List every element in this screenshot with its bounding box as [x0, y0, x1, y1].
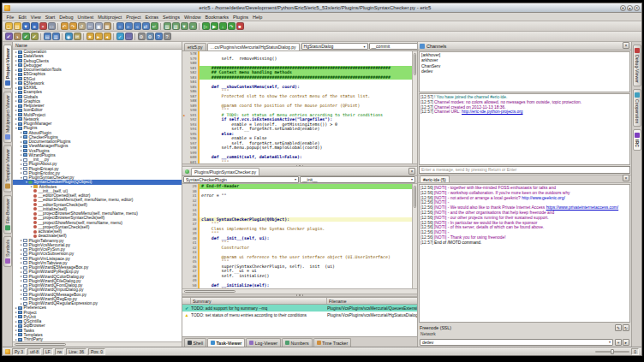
separator[interactable] [40, 33, 41, 40]
whats-this-button[interactable]: ? [164, 33, 171, 40]
open-project-button[interactable]: ▨ [172, 22, 180, 30]
profile-button[interactable]: ◑ [14, 33, 21, 40]
search-button[interactable]: ○ [116, 22, 124, 30]
editor-tab[interactable]: Plugins/PluginSyntaxChecker.py [191, 168, 259, 175]
message-link[interactable]: http://www.geeknic.org/ [522, 196, 565, 200]
separator[interactable] [113, 23, 114, 30]
column-header-summary[interactable]: Summary [191, 298, 327, 304]
api-button[interactable]: ▥ [52, 33, 60, 40]
close-project-button[interactable]: × [189, 22, 197, 30]
goto-line-button[interactable]: ↵ [151, 22, 158, 30]
join-channel-button[interactable]: ▸ [623, 339, 629, 346]
menu-item[interactable]: Debug [57, 15, 75, 20]
menu-item[interactable]: Multiproject [96, 15, 124, 20]
menu-item[interactable]: Plugins [230, 15, 250, 20]
titlebar[interactable]: eric5 - /home/detlev/Development/Python/… [3, 3, 641, 13]
reconnect-network-button[interactable]: ↻ [623, 324, 629, 331]
editor-hscrollbar[interactable] [182, 288, 417, 294]
column-header-filename[interactable]: Filename [327, 298, 417, 304]
source-nav-combo[interactable]: HgStatusDialog [301, 43, 368, 50]
leave-channel-button[interactable]: × [623, 175, 629, 181]
autocomplete-button[interactable]: … [125, 33, 133, 40]
save-all-button[interactable]: ≡ [31, 22, 39, 30]
scrollbar-thumb[interactable] [414, 53, 416, 75]
scrollbar-thumb[interactable] [184, 290, 236, 293]
zoom-slider-thumb[interactable] [611, 349, 614, 354]
close-file-button[interactable]: × [39, 22, 47, 30]
search-prev-button[interactable]: ◃ [134, 22, 141, 30]
separator[interactable] [83, 33, 84, 40]
spell-check-button[interactable]: ✓ [116, 33, 124, 40]
paste-button[interactable]: ▦ [104, 22, 111, 30]
menu-item[interactable]: Help [251, 15, 265, 20]
editor-bottom-code[interactable]: 29 # End-Of-Header 30 [182, 184, 417, 288]
documentation-button[interactable]: ▤ [44, 33, 51, 40]
web-browser-button[interactable]: ◉ [65, 33, 73, 40]
separator[interactable] [113, 33, 114, 40]
separator[interactable] [199, 23, 200, 30]
add-channel-button[interactable]: + [615, 339, 622, 346]
open-file-button[interactable]: ▤ [14, 22, 21, 30]
menu-item[interactable]: Edit [16, 15, 28, 20]
search-next-button[interactable]: ▹ [125, 22, 133, 30]
menu-item[interactable]: File [4, 15, 16, 20]
help-button[interactable]: ? [155, 33, 163, 40]
irc-channel-tab[interactable]: #eric-ide (5) [420, 175, 450, 182]
preferences-button[interactable]: ⚙ [146, 33, 154, 40]
bookmark-toggle-button[interactable]: ★ [86, 33, 94, 40]
right-sidebar-tab[interactable]: Cooperation [633, 89, 641, 127]
mail-button[interactable]: ✉ [74, 33, 81, 40]
editor-tab[interactable]: …cs/Plugins/vcsMercurial/HgStatusDialog.… [207, 43, 300, 50]
save-file-button[interactable]: ▼ [22, 22, 30, 30]
plugin-infos-button[interactable]: ⚙ [138, 33, 146, 40]
left-sidebar-tab[interactable]: Project-Viewer [3, 45, 12, 89]
menu-item[interactable]: Settings [161, 15, 182, 20]
source-nav-combo[interactable]: SyntaxCheckerPlugin [183, 176, 299, 183]
editor-top-code[interactable]: 578 579 self.__removeMissing() [182, 51, 417, 163]
close-button[interactable]: × [634, 5, 640, 11]
menu-item[interactable]: Window [182, 15, 203, 20]
print-button[interactable]: ▭ [48, 22, 56, 30]
menu-item[interactable]: Start [43, 15, 57, 20]
left-sidebar-tab[interactable]: Template-Viewer [3, 145, 12, 193]
menu-item[interactable]: Bookmarks [203, 15, 231, 20]
check-syntax-button[interactable]: ✔ [22, 33, 30, 40]
irc-message-input[interactable] [419, 166, 630, 174]
new-file-button[interactable]: ▢ [5, 22, 13, 30]
edit-network-button[interactable]: ✎ [615, 324, 622, 331]
editor-vscrollbar[interactable] [412, 51, 417, 163]
task-row[interactable]: ▲ TODO: set status of menu entries accor… [182, 312, 417, 318]
tree-hscrollbar[interactable] [13, 341, 182, 347]
separator[interactable] [57, 23, 58, 30]
menu-item[interactable]: Project [124, 15, 143, 20]
revert-button[interactable]: ↺ [78, 22, 86, 30]
cut-button[interactable]: ✂ [86, 22, 94, 30]
bookmark-prev-button[interactable]: ◂ [104, 33, 111, 40]
scrollbar-thumb[interactable] [414, 186, 416, 208]
separator[interactable] [134, 33, 135, 40]
check-style-button[interactable]: ✔ [31, 33, 39, 40]
new-project-button[interactable]: ▧ [164, 22, 171, 30]
right-sidebar-tab[interactable]: IRC [633, 129, 641, 151]
redo-button[interactable]: ↷ [69, 22, 77, 30]
left-sidebar-tab[interactable]: Multiproject-Viewer [3, 92, 12, 143]
nick-combo[interactable]: detlev [420, 339, 613, 346]
save-project-button[interactable]: ▼ [181, 22, 188, 30]
code-line[interactable]: 601 """ [182, 160, 417, 164]
bottom-tab[interactable]: Task-Viewer [207, 338, 245, 347]
bottom-tab[interactable]: Time Tracker [313, 338, 352, 347]
step-over-button[interactable]: ↷ [228, 22, 236, 30]
bottom-tab[interactable]: Shell [184, 338, 206, 347]
task-row[interactable]: ✔ TODO: add support for hg summary --mq … [182, 305, 417, 312]
tree-column-header[interactable]: Name [13, 42, 182, 50]
message-link[interactable]: http://eric-ide.python-projects.org [462, 110, 523, 114]
bookmark-next-button[interactable]: ▸ [95, 33, 103, 40]
step-button[interactable]: ↓ [219, 22, 227, 30]
menu-item[interactable]: Unittest [75, 15, 96, 20]
bottom-tab[interactable]: Log-Viewer [246, 338, 281, 347]
stop-button[interactable]: ■ [236, 22, 244, 30]
menu-item[interactable]: View [28, 15, 43, 20]
left-sidebar-tab[interactable]: Symbols [3, 236, 12, 267]
separator[interactable] [62, 33, 63, 40]
bottom-tab[interactable]: Numbers [282, 338, 313, 347]
